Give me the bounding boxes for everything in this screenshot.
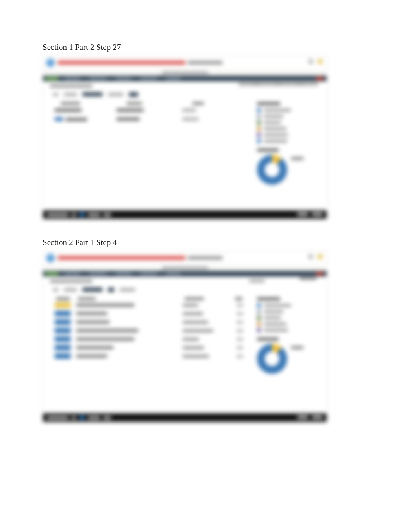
list-item[interactable] xyxy=(55,353,252,359)
column-headers xyxy=(55,102,252,105)
warning-subtext xyxy=(188,61,223,64)
list-item[interactable] xyxy=(55,319,252,325)
breadcrumb xyxy=(43,81,327,90)
list-item[interactable] xyxy=(55,311,252,316)
row-title xyxy=(76,329,138,332)
warning-subtext xyxy=(188,256,223,259)
row-col3 xyxy=(237,312,252,315)
header-bar xyxy=(43,251,327,265)
row-title xyxy=(76,321,110,324)
list-item[interactable] xyxy=(55,345,252,350)
row-col2 xyxy=(183,355,229,358)
status-badge xyxy=(55,319,71,325)
row-col2 xyxy=(183,338,229,341)
legend-title xyxy=(257,297,280,300)
nav-item[interactable] xyxy=(140,77,157,80)
sidebar xyxy=(257,98,327,199)
nav-item[interactable] xyxy=(89,273,106,275)
tab-active[interactable] xyxy=(82,92,103,96)
row-col3 xyxy=(237,329,252,332)
row-col3 xyxy=(237,304,252,307)
list-item[interactable] xyxy=(55,328,252,333)
logout-button[interactable] xyxy=(316,77,324,80)
table-row[interactable] xyxy=(55,116,252,123)
nav-item[interactable] xyxy=(166,77,181,80)
user-icon[interactable] xyxy=(317,59,323,64)
notification-icon[interactable] xyxy=(308,59,313,64)
user-icon[interactable] xyxy=(317,254,323,259)
tab-row xyxy=(43,286,327,293)
row-col2 xyxy=(183,304,229,307)
section-heading-2: Section 2 Part 1 Step 4 xyxy=(43,238,368,247)
legend-item xyxy=(257,127,322,131)
status-badge xyxy=(55,336,71,342)
table-row[interactable] xyxy=(55,109,252,112)
row-title xyxy=(76,355,107,358)
nav-item[interactable] xyxy=(140,273,157,275)
nav-active-pill[interactable] xyxy=(45,272,58,275)
notification-icon[interactable] xyxy=(308,254,313,259)
right-label xyxy=(249,280,265,282)
legend-title xyxy=(257,102,280,105)
legend xyxy=(257,304,322,332)
tab[interactable] xyxy=(64,93,77,96)
nav-active-pill[interactable] xyxy=(45,77,58,80)
column-headers xyxy=(55,297,252,300)
tab-active[interactable] xyxy=(82,288,103,292)
warning-banner xyxy=(58,256,185,260)
screenshot-2 xyxy=(43,251,327,422)
breadcrumb xyxy=(43,276,327,286)
list-item[interactable] xyxy=(55,302,252,308)
header-bar xyxy=(43,56,327,70)
screenshot-1 xyxy=(43,55,327,219)
chart-title xyxy=(257,338,279,341)
navbar xyxy=(43,76,327,81)
warning-banner xyxy=(58,61,185,65)
footer-pill[interactable] xyxy=(79,416,85,419)
legend-item xyxy=(257,121,322,124)
footer-bar xyxy=(43,413,327,422)
tab-pill[interactable] xyxy=(129,92,138,97)
row-col2 xyxy=(183,346,229,349)
row-title xyxy=(76,346,113,349)
tab[interactable] xyxy=(53,93,58,96)
row-title xyxy=(76,304,134,307)
nav-item[interactable] xyxy=(65,77,80,80)
nav-item[interactable] xyxy=(116,273,131,275)
view-switch[interactable] xyxy=(238,83,318,85)
legend-item xyxy=(257,108,322,112)
row-col3 xyxy=(237,355,252,358)
status-pill xyxy=(55,117,63,121)
row-title xyxy=(76,312,107,315)
tab[interactable] xyxy=(120,288,135,291)
row-col2 xyxy=(183,312,229,315)
footer-pill[interactable] xyxy=(79,213,85,217)
tab[interactable] xyxy=(64,288,77,291)
nav-item[interactable] xyxy=(116,77,131,80)
nav-item[interactable] xyxy=(89,77,106,80)
status-badge xyxy=(55,328,71,333)
donut-chart xyxy=(257,155,303,189)
chart-label xyxy=(291,157,303,160)
nav-item[interactable] xyxy=(65,273,80,275)
row-col3 xyxy=(237,338,252,341)
main-content xyxy=(43,293,257,390)
tab[interactable] xyxy=(108,93,123,96)
row-title xyxy=(76,338,134,341)
status-badge xyxy=(55,302,71,308)
status-badge xyxy=(55,311,71,316)
footer-bar xyxy=(43,210,327,219)
legend-item xyxy=(257,114,322,118)
row-col2 xyxy=(183,321,229,324)
header-tagline xyxy=(43,265,327,271)
list-item[interactable] xyxy=(55,336,252,342)
tab-pill[interactable] xyxy=(108,288,114,292)
chart-label xyxy=(291,346,303,349)
navbar xyxy=(43,271,327,276)
donut-chart xyxy=(257,344,303,379)
nav-item[interactable] xyxy=(166,273,181,275)
section-heading-1: Section 1 Part 2 Step 27 xyxy=(43,43,368,52)
logout-button[interactable] xyxy=(316,272,324,275)
sidebar xyxy=(257,293,327,390)
tab[interactable] xyxy=(53,288,58,291)
